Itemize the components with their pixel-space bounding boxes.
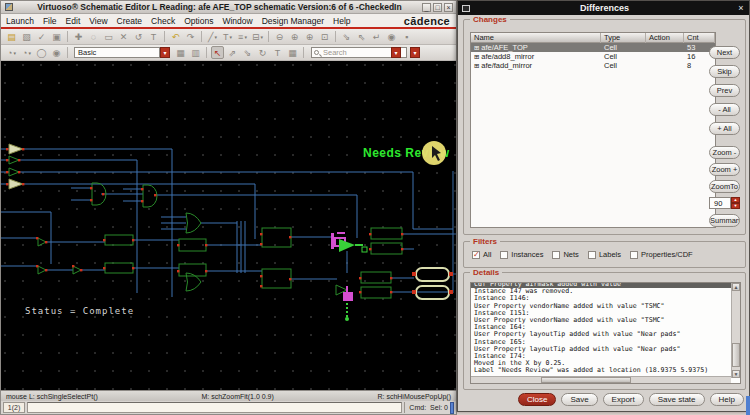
details-text-area[interactable]: Cdf Property airmask added with value ""… xyxy=(470,282,741,384)
workspace-back-icon[interactable]: ◔▾ xyxy=(5,46,18,59)
next-button[interactable]: Next xyxy=(709,46,740,59)
zoom-in-icon[interactable]: ⊕ xyxy=(288,30,301,43)
checkbox-box[interactable] xyxy=(588,251,596,259)
zoom-level-spinner[interactable]: 90 ▲▼ xyxy=(709,197,740,209)
row-name[interactable]: afe/AFE_TOP xyxy=(471,43,601,52)
filter-labels-checkbox[interactable]: Labels xyxy=(588,250,621,259)
zoom-fit-icon[interactable]: ⊡ xyxy=(318,30,331,43)
schematic-canvas[interactable]: Needs Review Status = Complete xyxy=(1,61,456,390)
checkbox-box[interactable] xyxy=(500,251,508,259)
stretch-icon[interactable]: ▭ xyxy=(102,30,115,43)
search-dropdown-icon[interactable] xyxy=(391,47,401,58)
redo-icon[interactable]: ↷ xyxy=(184,30,197,43)
workspace-forward-icon[interactable]: ◔▾ xyxy=(20,46,33,59)
summary-button[interactable]: Summary xyxy=(709,214,740,227)
open-icon[interactable]: ▧ xyxy=(20,30,33,43)
table-row[interactable]: afe/add8_mirror Cell 16 xyxy=(471,52,715,61)
col-action[interactable]: Action xyxy=(646,33,684,43)
properties-icon[interactable]: T xyxy=(147,30,160,43)
spinner-arrows[interactable]: ▲▼ xyxy=(731,197,740,209)
return-icon[interactable]: ↵ xyxy=(370,30,383,43)
checkbox-box[interactable] xyxy=(552,251,560,259)
zoom-level-value[interactable]: 90 xyxy=(709,197,731,209)
close-dialog-button[interactable]: Close xyxy=(518,393,556,406)
search-box[interactable] xyxy=(311,47,407,58)
select-partial-icon[interactable]: ⇗ xyxy=(226,46,239,59)
descend-icon[interactable]: ⇘ xyxy=(340,30,353,43)
details-line[interactable]: Label "Needs Review" was added at locati… xyxy=(474,367,731,374)
status-complete-label[interactable]: Status = Complete xyxy=(25,306,134,316)
cellview-selector[interactable]: Basic xyxy=(74,47,170,58)
filter-all-checkbox[interactable]: All xyxy=(472,250,491,259)
export-button[interactable]: Export xyxy=(603,393,644,406)
minimize-button[interactable]: _ xyxy=(422,3,431,12)
details-vertical-scrollbar[interactable]: ▲ ▼ xyxy=(731,283,740,378)
cellview-dropdown-icon[interactable] xyxy=(160,47,170,58)
table-row[interactable]: afe/AFE_TOP Cell 53 xyxy=(471,43,715,52)
layer-edit-icon[interactable]: ▥ xyxy=(189,46,202,59)
table-row[interactable]: afe/fadd_mirror Cell 8 xyxy=(471,61,715,70)
new-cellview-icon[interactable]: ▤ xyxy=(5,30,18,43)
vertical-scroll-thumb[interactable] xyxy=(732,343,740,367)
checkbox-box[interactable] xyxy=(630,251,638,259)
copy-icon[interactable]: ◌ xyxy=(87,30,100,43)
filter-instances-checkbox[interactable]: Instances xyxy=(500,250,543,259)
zoom-box-icon[interactable]: ⊕ xyxy=(303,30,316,43)
row-name[interactable]: afe/fadd_mirror xyxy=(471,61,601,70)
changes-table-header[interactable]: Name Type Action Cnt xyxy=(471,33,715,43)
delete-icon[interactable]: ✕ xyxy=(117,30,130,43)
details-horizontal-scrollbar[interactable] xyxy=(471,376,731,383)
instance-icon[interactable]: ⊟▾ xyxy=(251,30,264,43)
command-input[interactable] xyxy=(27,402,402,413)
expand-all-button[interactable]: + All xyxy=(709,122,740,135)
probe-icon[interactable]: ◉ xyxy=(385,30,398,43)
table-icon[interactable]: ▦ xyxy=(286,46,299,59)
maximize-button[interactable]: □ xyxy=(433,3,442,12)
menu-window[interactable]: Window xyxy=(222,16,252,26)
menu-file[interactable]: File xyxy=(43,16,57,26)
help-button[interactable]: Help xyxy=(710,393,744,406)
zoom-out-icon[interactable]: ⊖ xyxy=(273,30,286,43)
menu-view[interactable]: View xyxy=(89,16,107,26)
menu-design-manager[interactable]: Design Manager xyxy=(262,16,324,26)
refresh-icon[interactable]: ◯ xyxy=(35,46,48,59)
lock-icon[interactable]: ▪ xyxy=(400,30,413,43)
revert-icon[interactable]: ↺ xyxy=(132,30,145,43)
zoom-in-button[interactable]: Zoom + xyxy=(709,163,740,176)
filter-properties-cdf-checkbox[interactable]: Properties/CDF xyxy=(630,250,693,259)
horizontal-scroll-thumb[interactable] xyxy=(541,377,631,383)
zoom-to-button[interactable]: ZoomTo xyxy=(709,180,740,193)
menu-check[interactable]: Check xyxy=(151,16,175,26)
move-icon[interactable]: ✚ xyxy=(72,30,85,43)
skip-button[interactable]: Skip xyxy=(709,65,740,78)
checkbox-check-icon[interactable] xyxy=(472,251,480,259)
save-state-button[interactable]: Save state xyxy=(649,393,705,406)
mini-scrollbar[interactable] xyxy=(450,402,454,414)
home-icon[interactable]: ◉ xyxy=(50,46,63,59)
menu-create[interactable]: Create xyxy=(117,16,143,26)
bus-icon[interactable]: ≡▾ xyxy=(236,30,249,43)
row-name[interactable]: afe/add8_mirror xyxy=(471,52,601,61)
menu-help[interactable]: Help xyxy=(333,16,350,26)
undo-icon[interactable]: ↶ xyxy=(169,30,182,43)
wire-name-icon[interactable]: T▾ xyxy=(221,30,234,43)
scroll-down-icon[interactable]: ▼ xyxy=(732,370,740,378)
close-button[interactable]: × xyxy=(444,3,453,12)
ascend-icon[interactable]: ⇖ xyxy=(355,30,368,43)
collapse-all-button[interactable]: - All xyxy=(709,103,740,116)
select-mode-icon[interactable]: ↖ xyxy=(211,46,224,59)
zoom-out-button[interactable]: Zoom - xyxy=(709,146,740,159)
dialog-title-bar[interactable]: Differences × xyxy=(458,1,749,15)
prev-button[interactable]: Prev xyxy=(709,84,740,97)
layer-visibility-icon[interactable]: ▦ xyxy=(174,46,187,59)
scroll-up-icon[interactable]: ▲ xyxy=(732,283,740,291)
search-options-dropdown-icon[interactable] xyxy=(410,47,420,58)
save-icon[interactable]: ▣ xyxy=(50,30,63,43)
cellview-selector-value[interactable]: Basic xyxy=(74,47,160,58)
rotate-icon[interactable]: ↻ xyxy=(256,46,269,59)
col-name[interactable]: Name xyxy=(471,33,601,43)
col-cnt[interactable]: Cnt xyxy=(684,33,715,43)
title-bar[interactable]: Virtuoso® Schematic Editor L Reading: af… xyxy=(1,1,456,14)
menu-options[interactable]: Options xyxy=(184,16,213,26)
changes-table[interactable]: Name Type Action Cnt afe/AFE_TOP Cell 53… xyxy=(470,32,716,228)
